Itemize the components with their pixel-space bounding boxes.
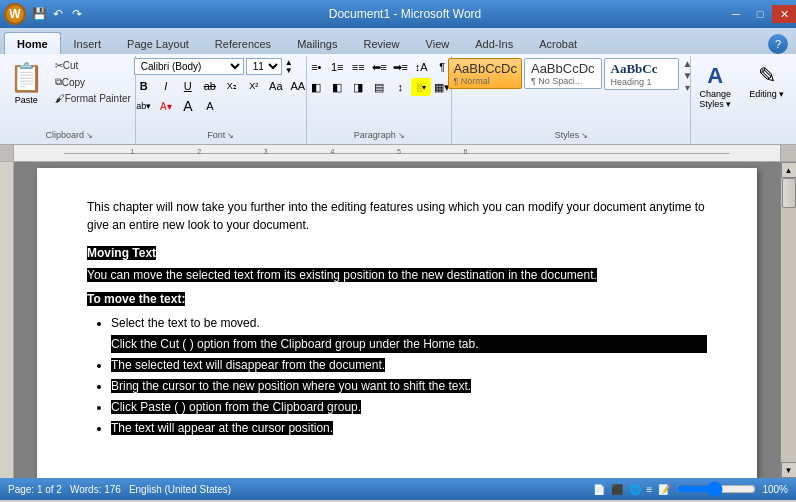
vertical-scrollbar: ▲ ▼ [780,162,796,478]
doc-highlighted-para: You can move the selected text from its … [87,266,707,284]
bullet-item-5: Click Paste ( ) option from the Clipboar… [111,398,707,416]
change-case-button[interactable]: AA [288,77,308,95]
bullet-item-4: Bring the cursor to the new position whe… [111,377,707,395]
outline-btn[interactable]: ≡ [647,484,653,495]
tab-page-layout[interactable]: Page Layout [114,32,202,54]
style-no-spacing-name: ¶ No Spaci... [531,76,582,86]
scroll-up-btn[interactable]: ▲ [781,162,797,178]
bold-button[interactable]: B [134,77,154,95]
sort-button[interactable]: ↕A [411,58,431,76]
moving-text-heading: Moving Text [87,244,707,262]
font-grow-button[interactable]: A [178,97,198,115]
help-button[interactable]: ? [768,34,788,54]
numbering-button[interactable]: 1≡ [327,58,347,76]
bullets-button[interactable]: ≡• [306,58,326,76]
font-size-decrease-btn[interactable]: ▼ [284,67,294,75]
change-styles-icon: A [707,63,723,89]
paste-label: Paste [15,95,38,105]
status-right: 📄 ⬛ 🌐 ≡ 📝 100% [593,483,788,495]
language: English (United States) [129,484,231,495]
cut-button[interactable]: ✂ Cut [51,58,135,73]
print-layout-btn[interactable]: 📄 [593,484,605,495]
maximize-btn[interactable]: □ [748,5,772,23]
bullet-item-6: The text will appear at the cursor posit… [111,419,707,437]
multilevel-button[interactable]: ≡≡ [348,58,368,76]
bullet-item-3: The selected text will disappear from th… [111,356,707,374]
ruler-area: 1 2 3 4 5 6 [0,144,796,162]
style-no-spacing-button[interactable]: AaBbCcDc ¶ No Spaci... [524,58,602,89]
title-bar: W 💾 ↶ ↷ Document1 - Microsoft Word ─ □ ✕ [0,0,796,28]
paste-icon: 📋 [9,61,44,94]
styles-expand-icon[interactable]: ↘ [581,131,588,140]
scroll-thumb[interactable] [782,178,796,208]
clipboard-group-label: Clipboard ↘ [8,130,131,142]
tab-review[interactable]: Review [350,32,412,54]
tab-insert[interactable]: Insert [61,32,115,54]
clipboard-expand-icon[interactable]: ↘ [86,131,93,140]
scroll-down-btn[interactable]: ▼ [781,462,797,478]
format-painter-button[interactable]: 🖌 Format Painter [51,91,135,106]
font-group-label: Font ↘ [140,130,303,142]
paragraph-group-label: Paragraph ↘ [311,130,447,142]
page-info: Page: 1 of 2 [8,484,62,495]
web-layout-btn[interactable]: 🌐 [629,484,641,495]
font-expand-icon[interactable]: ↘ [227,131,234,140]
align-right-button[interactable]: ◨ [348,78,368,96]
draft-btn[interactable]: 📝 [658,484,670,495]
paragraph-expand-icon[interactable]: ↘ [398,131,405,140]
font-family-select[interactable]: Calibri (Body) [134,58,244,75]
superscript-button[interactable]: X² [244,77,264,95]
align-left-button[interactable]: ◧ [306,78,326,96]
font-color-button[interactable]: A▾ [156,97,176,115]
font-shrink-button[interactable]: A [200,97,220,115]
tab-mailings[interactable]: Mailings [284,32,350,54]
undo-btn[interactable]: ↶ [49,5,67,23]
paragraph-group: ≡• 1≡ ≡≡ ⬅≡ ➡≡ ↕A ¶ ◧ ◧ ◨ ▤ ↕ ░▾ ▦▾ Para… [307,56,452,144]
document-page: This chapter will now take you further i… [37,168,757,478]
zoom-slider[interactable] [676,483,756,495]
save-quick-btn[interactable]: 💾 [30,5,48,23]
zoom-level: 100% [762,484,788,495]
minimize-btn[interactable]: ─ [724,5,748,23]
tab-acrobat[interactable]: Acrobat [526,32,590,54]
tab-home[interactable]: Home [4,32,61,54]
copy-button[interactable]: ⧉ Copy [51,74,135,90]
style-normal-button[interactable]: AaBbCcDc ¶ Normal [448,58,522,89]
font-size-select[interactable]: 11 [246,58,282,75]
style-no-spacing-preview: AaBbCcDc [531,61,595,76]
indent-button[interactable]: ➡≡ [390,58,410,76]
tab-references[interactable]: References [202,32,284,54]
strikethrough-button[interactable]: ab [200,77,220,95]
highlighted-para-text: You can move the selected text from its … [87,268,597,282]
editing-button[interactable]: ✎ Editing ▾ [742,58,791,104]
bullet-item-2: Click the Cut ( ) option from the Clipbo… [111,335,707,353]
clear-format-button[interactable]: Aa [266,77,286,95]
tab-view[interactable]: View [413,32,463,54]
change-styles-button[interactable]: A ChangeStyles ▾ [692,58,738,114]
document-scroll-area[interactable]: This chapter will now take you further i… [14,162,780,478]
shading-button[interactable]: ░▾ [411,78,431,96]
full-screen-btn[interactable]: ⬛ [611,484,623,495]
subscript-button[interactable]: X₂ [222,77,242,95]
editing-group: A ChangeStyles ▾ ✎ Editing ▾ Editing [691,56,792,144]
bullet-item-1: Select the text to be moved. [111,314,707,332]
style-heading1-button[interactable]: AaBbCc Heading 1 [604,58,679,90]
title-bar-left: W 💾 ↶ ↷ [0,3,86,25]
close-btn[interactable]: ✕ [772,5,796,23]
align-center-button[interactable]: ◧ [327,78,347,96]
redo-btn[interactable]: ↷ [68,5,86,23]
font-group: Calibri (Body) 11 ▲ ▼ B I U ab X₂ X² Aa … [136,56,308,144]
office-button[interactable]: W [4,3,26,25]
line-spacing-button[interactable]: ↕ [390,78,410,96]
scroll-track[interactable] [781,178,796,462]
paste-button[interactable]: 📋 Paste [4,58,49,108]
tab-addins[interactable]: Add-Ins [462,32,526,54]
highlight-color-button[interactable]: ab▾ [134,97,154,115]
italic-button[interactable]: I [156,77,176,95]
underline-button[interactable]: U [178,77,198,95]
outdent-button[interactable]: ⬅≡ [369,58,389,76]
moving-text-heading-text: Moving Text [87,246,156,260]
justify-button[interactable]: ▤ [369,78,389,96]
word-count: Words: 176 [70,484,121,495]
document-area-wrapper: This chapter will now take you further i… [0,162,796,478]
